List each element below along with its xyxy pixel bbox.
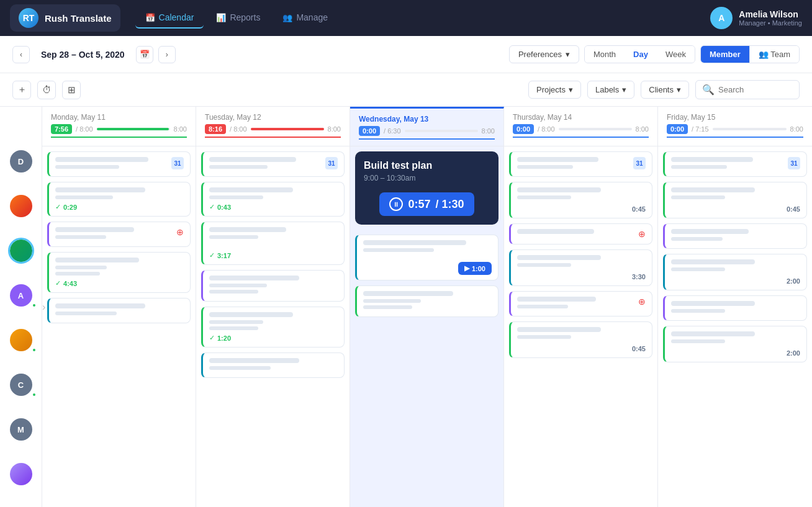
task-card[interactable]: ⊕ [47, 222, 191, 247]
task-card[interactable] [201, 352, 345, 378]
brand-name: Rush Translate [45, 13, 112, 24]
next-date-button[interactable]: › [158, 46, 176, 63]
day-slash-tuesday: / 8:00 [230, 125, 247, 133]
task-card[interactable]: ✓ 0:43 [201, 182, 345, 217]
member-avatar-1[interactable] [10, 195, 32, 217]
num-badge: 31 [633, 157, 646, 169]
task-card[interactable]: 0:45 [509, 182, 652, 218]
member-avatar-c[interactable]: C [10, 374, 32, 396]
task-card[interactable]: ✓ 0:29 [47, 182, 191, 217]
active-task-card[interactable]: Build test plan 9:00 – 10:30am ⏸ 0:57 / … [355, 151, 498, 225]
projects-filter[interactable]: Projects ▾ [528, 81, 581, 99]
chevron-icon: ▾ [569, 85, 573, 94]
task-card[interactable]: 31 [201, 151, 345, 177]
team-sidebar: › D A C M [0, 107, 42, 507]
pause-button[interactable]: ⏸ [389, 197, 403, 211]
task-card[interactable]: 31 [509, 151, 652, 177]
user-text: Amelia Wilson Manager • Marketing [739, 9, 802, 27]
timer-display[interactable]: ⏸ 0:57 / 1:30 [379, 192, 474, 216]
task-card[interactable] [663, 295, 807, 321]
task-card[interactable]: ✓ 3:17 [201, 222, 345, 265]
task-time: 3:17 [217, 252, 231, 259]
day-track-thursday [559, 128, 632, 130]
chevron-icon: ▾ [622, 85, 626, 94]
search-input[interactable] [718, 85, 793, 94]
tuesday-column: 31 ✓ 0:43 ✓ [196, 146, 350, 507]
avatar[interactable]: A [710, 7, 733, 29]
num-badge: 31 [171, 157, 184, 169]
day-badge-tuesday: 8:16 [205, 124, 226, 134]
day-track-wednesday [405, 130, 478, 132]
task-card[interactable] [47, 298, 191, 323]
month-button[interactable]: Month [585, 46, 625, 63]
day-header-monday: Monday, May 11 7:56 / 8:00 8:00 [42, 107, 196, 146]
check-icon: ✓ [55, 203, 61, 211]
task-card[interactable]: 0:45 [663, 182, 807, 218]
member-avatar-3[interactable] [10, 329, 32, 351]
share-icon: ⊕ [176, 227, 184, 241]
sidebar-collapse-arrow[interactable]: › [42, 302, 45, 313]
chevron-icon: ▾ [677, 85, 681, 94]
chevron-down-icon: ▾ [566, 50, 570, 59]
day-track-friday [713, 128, 787, 130]
nav-reports[interactable]: 📊 Reports [206, 7, 270, 29]
task-card[interactable] [201, 270, 345, 302]
task-card[interactable] [355, 285, 498, 317]
day-max-monday: 8:00 [174, 125, 187, 133]
task-card[interactable]: 31 [663, 151, 807, 177]
task-card[interactable]: 2:00 [663, 326, 807, 362]
play-time-button[interactable]: ▶ 1:00 [458, 262, 492, 275]
search-box[interactable]: 🔍 [695, 80, 800, 99]
check-icon: ✓ [55, 279, 61, 287]
member-avatar-a[interactable]: A [10, 284, 32, 307]
task-card[interactable]: 3:30 [509, 249, 652, 286]
timer-button[interactable]: ⏱ [37, 81, 56, 99]
task-card[interactable] [663, 223, 807, 249]
week-button[interactable]: Week [657, 46, 695, 63]
preferences-button[interactable]: Preferences ▾ [509, 45, 579, 63]
day-slash-wednesday: / 6:30 [384, 127, 401, 135]
add-button[interactable]: ＋ [12, 81, 31, 99]
day-headers: Monday, May 11 7:56 / 8:00 8:00 Tuesday,… [42, 107, 812, 146]
calendar-rows: 31 ✓ 0:29 [42, 146, 812, 507]
task-time: 0:45 [517, 205, 646, 213]
day-name-monday: Monday, May 11 [51, 113, 187, 122]
member-avatar-4[interactable] [10, 463, 32, 485]
check-icon: ✓ [209, 203, 215, 211]
task-card[interactable]: 2:00 [663, 254, 807, 290]
task-card[interactable]: 0:45 [509, 321, 652, 358]
nav-calendar[interactable]: 📅 Calendar [135, 7, 204, 29]
nav-manage[interactable]: 👥 Manage [273, 7, 338, 29]
member-avatar-2[interactable] [10, 240, 32, 262]
timer-separator: / 1:30 [436, 198, 464, 211]
member-avatar-m[interactable]: M [10, 418, 32, 441]
clients-filter[interactable]: Clients ▾ [641, 81, 689, 99]
day-sep-thursday [513, 137, 649, 138]
grid-button[interactable]: ⊞ [62, 81, 81, 99]
member-view-button[interactable]: Member [701, 46, 749, 63]
day-name-wednesday: Wednesday, May 13 [359, 115, 495, 123]
manage-icon: 👥 [282, 13, 292, 22]
active-task-time: 9:00 – 10:30am [364, 174, 490, 182]
task-card[interactable]: ✓ 4:43 [47, 252, 191, 293]
task-card[interactable]: ⊕ [509, 291, 652, 316]
share-icon: ⊕ [638, 229, 646, 239]
day-sep-wednesday [359, 138, 495, 140]
day-button[interactable]: Day [625, 46, 657, 63]
task-card[interactable]: ⊕ [509, 223, 652, 245]
num-badge: 31 [325, 157, 338, 169]
labels-filter[interactable]: Labels ▾ [587, 81, 634, 99]
member-avatar-d[interactable]: D [10, 150, 32, 173]
task-card[interactable]: 31 [47, 151, 191, 177]
day-badge-thursday: 0:00 [513, 124, 534, 134]
day-fill-tuesday [251, 128, 324, 130]
day-max-tuesday: 8:00 [328, 125, 341, 133]
day-header-wednesday: Wednesday, May 13 0:00 / 6:30 8:00 [350, 107, 504, 146]
task-card[interactable]: ✓ 1:20 [201, 307, 345, 348]
calendar-picker-button[interactable]: 📅 [136, 46, 153, 63]
prev-date-button[interactable]: ‹ [12, 46, 30, 63]
brand-logo-area[interactable]: RT Rush Translate [10, 4, 120, 32]
team-view-button[interactable]: 👥 Team [749, 46, 799, 63]
play-icon: ▶ [464, 264, 469, 272]
task-card[interactable]: ▶ 1:00 [355, 235, 498, 280]
